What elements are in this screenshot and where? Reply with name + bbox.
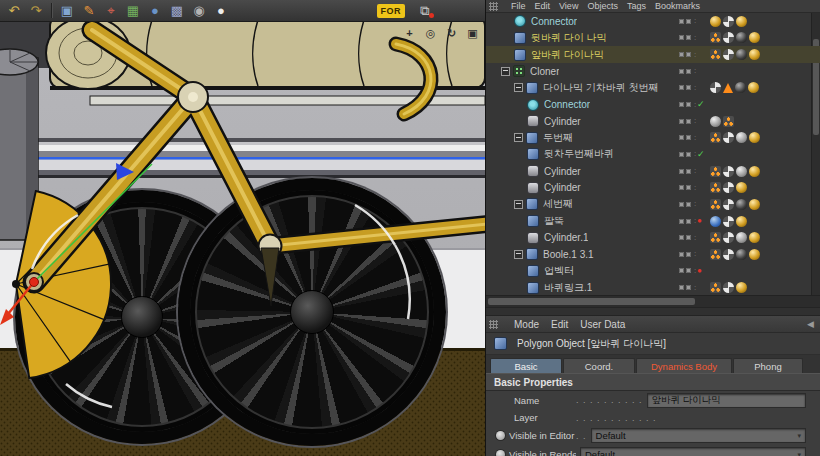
menu-tags[interactable]: Tags: [627, 1, 646, 11]
visibility-dots[interactable]: [679, 268, 696, 274]
checker-tag-icon[interactable]: [723, 282, 734, 293]
visibility-dots[interactable]: [679, 68, 696, 74]
dyn-tag-icon[interactable]: [710, 182, 721, 193]
name-input[interactable]: [647, 393, 806, 408]
dark-tag-icon[interactable]: [735, 82, 746, 93]
tree-row[interactable]: 다이나믹 기차바퀴 첫번째: [486, 80, 820, 97]
gold-tag-icon[interactable]: [749, 249, 760, 260]
visibility-dots[interactable]: [679, 285, 696, 291]
expander-icon[interactable]: [514, 133, 523, 142]
dyn-tag-icon[interactable]: [710, 132, 721, 143]
visibility-dots[interactable]: [679, 52, 696, 58]
visibility-dots[interactable]: [679, 85, 696, 91]
tree-row[interactable]: Cylinder: [486, 179, 820, 196]
tree-row[interactable]: Cylinder: [486, 113, 820, 130]
visibility-dots[interactable]: [679, 168, 696, 174]
gold-tag-icon[interactable]: [749, 166, 760, 177]
visibility-dots[interactable]: [679, 18, 696, 24]
visibility-dots[interactable]: [679, 151, 696, 157]
expander-icon[interactable]: [501, 67, 510, 76]
grid-tool-icon[interactable]: ▩: [167, 2, 187, 20]
gold-tag-icon[interactable]: [736, 216, 747, 227]
disabled-dot-icon[interactable]: ●: [697, 217, 702, 225]
sphere-tool-icon[interactable]: ●: [145, 2, 165, 20]
tree-horizontal-scroll-thumb[interactable]: [488, 298, 695, 305]
visibility-dots[interactable]: [679, 118, 696, 124]
menu-objects[interactable]: Objects: [587, 1, 618, 11]
gold-tag-icon[interactable]: [736, 182, 747, 193]
menu-user-data[interactable]: User Data: [580, 319, 625, 330]
tree-row[interactable]: 뒷바퀴 다이 나믹: [486, 30, 820, 47]
tree-row[interactable]: Cloner: [486, 63, 820, 80]
tree-row[interactable]: 두번째: [486, 129, 820, 146]
gold-tag-icon[interactable]: [749, 49, 760, 60]
panel-grip-icon[interactable]: [489, 2, 498, 11]
dyn-tag-icon[interactable]: [710, 32, 721, 43]
visibility-dots[interactable]: [679, 135, 696, 141]
tree-row[interactable]: Boole.1 3.1: [486, 246, 820, 263]
viewport-canvas[interactable]: +◎↻▣: [0, 22, 485, 456]
tree-horizontal-scrollbar[interactable]: [486, 295, 820, 307]
gold-tag-icon[interactable]: [736, 282, 747, 293]
figure-tool-icon[interactable]: ◉: [189, 2, 209, 20]
menu-edit[interactable]: Edit: [551, 319, 568, 330]
dyn-tag-icon[interactable]: [710, 166, 721, 177]
tab-phong[interactable]: Phong: [733, 358, 803, 373]
expander-icon[interactable]: [514, 200, 523, 209]
basic-properties-header[interactable]: Basic Properties: [486, 373, 820, 391]
checker-tag-icon[interactable]: [723, 249, 734, 260]
menu-view[interactable]: View: [559, 1, 578, 11]
menu-file[interactable]: File: [511, 1, 526, 11]
visibility-dots[interactable]: [679, 35, 696, 41]
tree-row[interactable]: Connector✓: [486, 96, 820, 113]
tab-dynamics-body[interactable]: Dynamics Body: [636, 358, 732, 373]
expander-icon[interactable]: [514, 83, 523, 92]
undo-icon[interactable]: ↶: [4, 2, 24, 20]
dyn-tag-icon[interactable]: [723, 116, 734, 127]
gold-tag-icon[interactable]: [710, 16, 721, 27]
dyn-tag-icon[interactable]: [710, 49, 721, 60]
gray-tag-icon[interactable]: [736, 132, 747, 143]
tree-row[interactable]: 팔뚝●: [486, 213, 820, 230]
tree-row[interactable]: 세번째: [486, 196, 820, 213]
checker-tag-icon[interactable]: [723, 49, 734, 60]
menu-bookmarks[interactable]: Bookmarks: [655, 1, 700, 11]
checker-tag-icon[interactable]: [723, 32, 734, 43]
cube-tool-icon[interactable]: ▣: [57, 2, 77, 20]
dark-tag-icon[interactable]: [736, 49, 747, 60]
render-button[interactable]: FOR: [377, 4, 406, 18]
dyn-tag-icon[interactable]: [710, 199, 721, 210]
gray-tag-icon[interactable]: [736, 166, 747, 177]
node-editor-icon[interactable]: ⧉: [415, 2, 435, 20]
checker-tag-icon[interactable]: [723, 182, 734, 193]
expander-icon[interactable]: [514, 250, 523, 259]
maximize-icon[interactable]: ▣: [466, 27, 479, 40]
visibility-dots[interactable]: [679, 251, 696, 257]
redo-icon[interactable]: ↷: [26, 2, 46, 20]
dark-tag-icon[interactable]: [736, 249, 747, 260]
dyn-tag-icon[interactable]: [710, 232, 721, 243]
dyn-tag-icon[interactable]: [710, 249, 721, 260]
visibility-dots[interactable]: [679, 102, 696, 108]
menu-edit[interactable]: Edit: [535, 1, 551, 11]
disabled-dot-icon[interactable]: ●: [697, 267, 702, 275]
visibility-dots[interactable]: [679, 218, 696, 224]
tree-row[interactable]: Cylinder: [486, 163, 820, 180]
gold-tag-icon[interactable]: [736, 16, 747, 27]
array-tool-icon[interactable]: ▦: [123, 2, 143, 20]
visible-editor-toggle[interactable]: [496, 431, 505, 440]
dark-tag-icon[interactable]: [736, 199, 747, 210]
tree-row[interactable]: 뒷차두번째바퀴✓: [486, 146, 820, 163]
dark-tag-icon[interactable]: [736, 32, 747, 43]
checker-tag-icon[interactable]: [723, 166, 734, 177]
visible-renderer-select[interactable]: Default ▾: [580, 447, 806, 456]
pen-tool-icon[interactable]: ✎: [79, 2, 99, 20]
gold-tag-icon[interactable]: [749, 199, 760, 210]
visibility-dots[interactable]: [679, 201, 696, 207]
snap-tool-icon[interactable]: ⌖: [101, 2, 121, 20]
rotate-icon[interactable]: ↻: [445, 27, 458, 40]
enabled-check-icon[interactable]: ✓: [697, 100, 705, 109]
checker-tag-icon[interactable]: [723, 199, 734, 210]
tree-row[interactable]: 업벡터●: [486, 263, 820, 280]
gray-tag-icon[interactable]: [710, 116, 721, 127]
